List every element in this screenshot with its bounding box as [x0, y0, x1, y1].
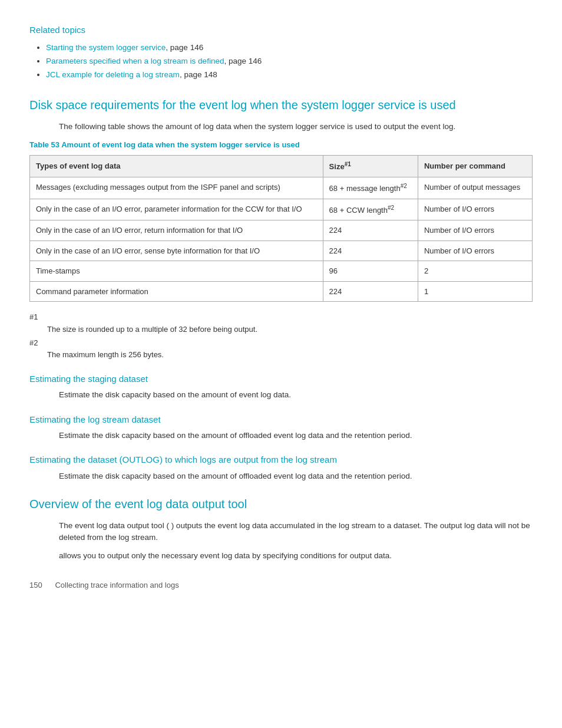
table-row: Only in the case of an I/O error, return…	[30, 220, 533, 241]
list-item: JCL example for deleting a log stream, p…	[46, 69, 533, 81]
page-number: 150	[29, 581, 42, 589]
overview-para1: The event log data output tool ( ) outpu…	[29, 520, 533, 544]
related-link-3[interactable]: JCL example for deleting a log stream	[46, 70, 180, 79]
disk-space-intro: The following table shows the amount of …	[29, 121, 533, 133]
estimating-log-stream-text: Estimate the disk capacity based on the …	[29, 430, 533, 442]
page-ref-2: , page 146	[224, 57, 262, 65]
table-row: Messages (excluding messages output from…	[30, 177, 533, 199]
overview-heading: Overview of the event log data output to…	[29, 496, 533, 512]
footnote-1-text: The size is rounded up to a multiple of …	[29, 324, 533, 335]
cell-type: Time-stamps	[30, 261, 323, 282]
footer-text: Collecting trace information and logs	[55, 581, 178, 589]
table-row: Only in the case of an I/O error, sense …	[30, 241, 533, 261]
table-row: Command parameter information 224 1	[30, 281, 533, 302]
table-caption: Table 53 Amount of event log data when t…	[29, 139, 533, 151]
cell-number: 1	[418, 281, 532, 302]
estimating-log-stream-heading: Estimating the log stream dataset	[29, 413, 533, 427]
cell-number: 2	[418, 261, 532, 282]
cell-size: 96	[323, 261, 418, 282]
table-row: Only in the case of an I/O error, parame…	[30, 199, 533, 220]
cell-size: 224	[323, 281, 418, 302]
disk-space-section: Disk space requirements for the event lo…	[29, 97, 533, 361]
footnote-section: #1 The size is rounded up to a multiple …	[29, 311, 533, 361]
list-item: Starting the system logger service, page…	[46, 42, 533, 54]
cell-size: 68 + message length#2	[323, 177, 418, 199]
footnote-2-text: The maximum length is 256 bytes.	[29, 349, 533, 361]
page-ref-1: , page 146	[166, 43, 203, 52]
page-footer: 150 Collecting trace information and log…	[29, 579, 533, 591]
related-link-1[interactable]: Starting the system logger service	[46, 43, 166, 52]
cell-type: Only in the case of an I/O error, parame…	[30, 199, 323, 220]
estimating-log-stream-section: Estimating the log stream dataset Estima…	[29, 413, 533, 442]
cell-type: Messages (excluding messages output from…	[30, 177, 323, 199]
estimating-outlog-text: Estimate the disk capacity based on the …	[29, 470, 533, 482]
table-header-row: Types of event log data Size#1 Number pe…	[30, 156, 533, 177]
list-item: Parameters specified when a log stream i…	[46, 55, 533, 67]
overview-section: Overview of the event log data output to…	[29, 496, 533, 562]
related-topics-list: Starting the system logger service, page…	[29, 42, 533, 81]
page-ref-3: , page 148	[180, 70, 217, 79]
estimating-staging-heading: Estimating the staging dataset	[29, 373, 533, 386]
col-header-size: Size#1	[323, 156, 418, 177]
col-header-type: Types of event log data	[30, 156, 323, 177]
cell-size: 68 + CCW length#2	[323, 199, 418, 220]
overview-para2: allows you to output only the necessary …	[29, 550, 533, 562]
estimating-outlog-heading: Estimating the dataset (OUTLOG) to which…	[29, 453, 533, 467]
estimating-outlog-section: Estimating the dataset (OUTLOG) to which…	[29, 453, 533, 482]
cell-type: Only in the case of an I/O error, return…	[30, 220, 323, 241]
estimating-staging-text: Estimate the disk capacity based on the …	[29, 389, 533, 401]
cell-type: Command parameter information	[30, 281, 323, 302]
table-row: Time-stamps 96 2	[30, 261, 533, 282]
cell-number: Number of I/O errors	[418, 220, 532, 241]
related-topics-section: Related topics Starting the system logge…	[29, 24, 533, 81]
disk-space-heading: Disk space requirements for the event lo…	[29, 97, 533, 113]
cell-size: 224	[323, 220, 418, 241]
event-log-table: Types of event log data Size#1 Number pe…	[29, 155, 533, 302]
cell-number: Number of output messages	[418, 177, 532, 199]
footnote-1-label: #1	[29, 311, 533, 323]
cell-type: Only in the case of an I/O error, sense …	[30, 241, 323, 261]
footer-spacer	[44, 581, 52, 589]
footnote-2-label: #2	[29, 337, 533, 349]
cell-size: 224	[323, 241, 418, 261]
related-topics-heading: Related topics	[29, 24, 533, 37]
cell-number: Number of I/O errors	[418, 199, 532, 220]
estimating-staging-section: Estimating the staging dataset Estimate …	[29, 373, 533, 401]
related-link-2[interactable]: Parameters specified when a log stream i…	[46, 57, 224, 65]
cell-number: Number of I/O errors	[418, 241, 532, 261]
col-header-number: Number per command	[418, 156, 532, 177]
